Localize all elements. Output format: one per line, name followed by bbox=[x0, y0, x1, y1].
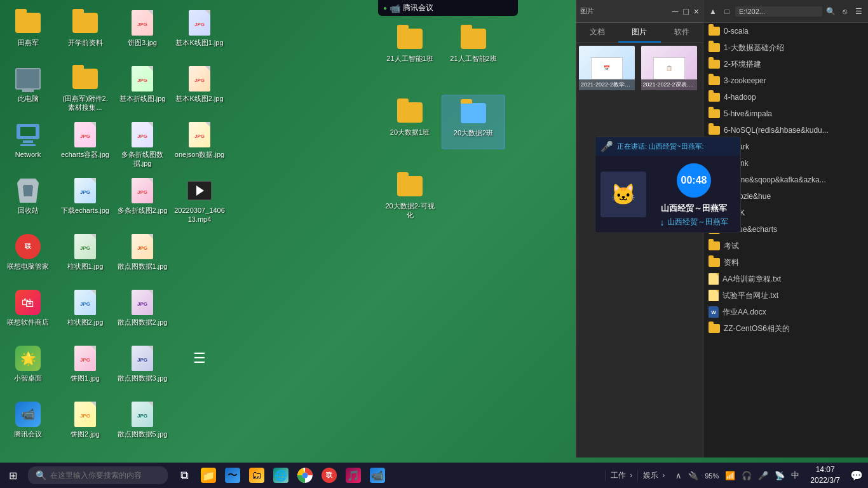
icon-zhuzhuang2[interactable]: JPG 柱状图2.jpg bbox=[57, 285, 113, 339]
icon-ai1ban[interactable]: 21人工智能1班 bbox=[378, 21, 442, 76]
icon-ai2ban[interactable]: 21人工智能2班 bbox=[442, 21, 505, 76]
taskbar-clock[interactable]: 14:07 2022/3/7 bbox=[805, 464, 845, 486]
image-thumb-1-label: 2021-2022-2课表.png bbox=[641, 79, 697, 90]
icon-download[interactable]: JPG 下载echarts.jpg bbox=[57, 173, 113, 227]
icon-network[interactable]: Network bbox=[0, 117, 56, 172]
wifi-icon[interactable]: 📡 bbox=[773, 470, 787, 482]
notification-button[interactable]: 💬 bbox=[845, 464, 868, 487]
fe-item-0-scala[interactable]: 0-scala bbox=[703, 23, 868, 39]
taskbar-app-tencent[interactable]: 📹 bbox=[366, 464, 389, 487]
ime-label[interactable]: 中 bbox=[789, 468, 801, 482]
meeting-title: 腾讯会议 bbox=[403, 3, 433, 13]
taskbar-app-chrome[interactable] bbox=[294, 464, 316, 487]
icon-bingtu1[interactable]: JPG 饼图1.jpg bbox=[57, 341, 113, 395]
meeting-header-text: 正在讲话: 山西经贸~田燕军: bbox=[617, 142, 704, 151]
search-input[interactable] bbox=[50, 471, 160, 480]
tencent-meeting-bar[interactable]: ● 📹 腾讯会议 bbox=[378, 0, 518, 16]
icon-playlist: ☰ bbox=[172, 341, 227, 395]
taskbar-app-taskview[interactable]: ⧉ bbox=[173, 464, 196, 487]
icon-echarts[interactable]: JPG echarts容器.jpg bbox=[57, 117, 113, 172]
folder-icon bbox=[709, 93, 720, 102]
icon-lenovo-store[interactable]: 🛍 联想软件商店 bbox=[0, 285, 56, 339]
fe-item-18-centos[interactable]: ZZ-CentOS6相关的 bbox=[703, 320, 868, 337]
icon-lenovo-manager[interactable]: 联 联想电脑管家 bbox=[0, 229, 56, 283]
icon-jiben-k1[interactable]: JPG 基本K线图1.jpg bbox=[172, 5, 227, 60]
icon-video[interactable]: 20220307_140613.mp4 bbox=[172, 173, 227, 227]
tab-doc[interactable]: 文档 bbox=[576, 23, 618, 43]
fe-item-label: AA培训前章程.txt bbox=[722, 274, 781, 285]
icon-sanda1[interactable]: JPG 散点图数据1.jpg bbox=[114, 229, 170, 283]
icon-sanda3[interactable]: JPG 散点图数据3.jpg bbox=[114, 341, 170, 395]
fe-item-2-hjsj[interactable]: 2-环境搭建 bbox=[703, 56, 868, 72]
fe-item-3-zk[interactable]: 3-zookeeper bbox=[703, 72, 868, 89]
taskbar-app-edge[interactable]: 🌐 bbox=[269, 464, 292, 487]
fe-forward-button[interactable]: □ bbox=[721, 6, 733, 17]
fe-item-label: 0-scala bbox=[724, 27, 749, 36]
taskbar-app-files[interactable]: 📁 bbox=[197, 464, 220, 487]
network-tray-icon[interactable]: 📶 bbox=[723, 470, 737, 482]
fe-header: ▲ □ E:\202... 🔍 ⎋ ☰ bbox=[703, 0, 868, 23]
fe-item-17-docx[interactable]: W 作业AA.docx bbox=[703, 304, 868, 320]
minimize-button[interactable]: ─ bbox=[672, 6, 678, 17]
battery-plug-icon[interactable]: 🔌 bbox=[686, 470, 700, 482]
icon-data2ban[interactable]: 20大数据2班 bbox=[442, 95, 505, 149]
taskbar-app-explorer2[interactable]: 🗂 bbox=[245, 464, 268, 487]
icon-bingtu3[interactable]: JPG 饼图3.jpg bbox=[114, 5, 170, 60]
fe-item-13-kaoshi[interactable]: 考试 bbox=[703, 238, 868, 254]
icon-tianyanjun[interactable]: 田燕军 bbox=[0, 5, 56, 60]
icon-data2-keshi[interactable]: 20大数据2-可视化 bbox=[378, 168, 442, 223]
icon-jiben-zhexian[interactable]: JPG 基本折线图.jpg bbox=[114, 61, 170, 116]
icon-onejson[interactable]: JPG onejson数据.jpg bbox=[172, 117, 227, 172]
start-button[interactable]: ⊞ bbox=[0, 463, 25, 488]
icon-zhuzhuang1[interactable]: JPG 柱状图1.jpg bbox=[57, 229, 113, 283]
icon-xiaozhi[interactable]: 🌟 小智桌面 bbox=[0, 341, 56, 395]
fe-item-5-hive[interactable]: 5-hive&impala bbox=[703, 105, 868, 122]
desktop: 田燕军 开学前资料 JPG 饼图3.jpg JPG 基本K线图1.jpg bbox=[0, 0, 868, 488]
desktop-icon-grid: 田燕军 开学前资料 JPG 饼图3.jpg JPG 基本K线图1.jpg bbox=[0, 0, 349, 451]
icon-duotiao[interactable]: JPG 多条折线图数据.jpg bbox=[114, 117, 170, 172]
fe-item-4-hadoop[interactable]: 4-hadoop bbox=[703, 89, 868, 105]
icon-jiben-k2[interactable]: JPG 基本K线图2.jpg bbox=[172, 61, 227, 116]
icon-fujian[interactable]: (田燕军)附件2. 素材搜集... bbox=[57, 61, 113, 116]
icon-data1ban[interactable]: 20大数据1班 bbox=[378, 95, 442, 149]
icon-recycle[interactable]: 回收站 bbox=[0, 173, 56, 227]
icon-bingtu2[interactable]: JPG 饼图2.jpg bbox=[57, 396, 113, 451]
fe-item-14-ziliao[interactable]: 资料 bbox=[703, 254, 868, 271]
taskbar-group-work[interactable]: 工作 › bbox=[605, 470, 637, 481]
fe-menu-button[interactable]: ☰ bbox=[853, 6, 864, 17]
icon-sanda2[interactable]: JPG 散点图数据2.jpg bbox=[114, 285, 170, 339]
volume-icon[interactable]: 🎧 bbox=[740, 470, 754, 482]
chrome-icon bbox=[297, 468, 313, 483]
fe-back-button[interactable]: ▲ bbox=[707, 6, 719, 17]
taskbar-app-wave[interactable]: 〜 bbox=[221, 464, 244, 487]
close-button[interactable]: × bbox=[694, 6, 699, 17]
fe-search-button[interactable]: 🔍 bbox=[825, 6, 836, 17]
fe-item-16-network-txt[interactable]: 试验平台网址.txt bbox=[703, 287, 868, 304]
image-thumb-1[interactable]: 📋 2021-2022-2课表.png bbox=[641, 46, 697, 90]
icon-tencent-meeting[interactable]: 📹 腾讯会议 bbox=[0, 396, 56, 451]
taskbar-search[interactable]: 🔍 bbox=[28, 466, 168, 484]
taskbar-group-leisure[interactable]: 娱乐 › bbox=[637, 470, 670, 481]
fe-item-label: 5-hive&impala bbox=[724, 109, 772, 118]
icon-diannao[interactable]: 此电脑 bbox=[0, 61, 56, 116]
folder-icon bbox=[709, 76, 720, 85]
fe-item-15-aa-txt[interactable]: AA培训前章程.txt bbox=[703, 271, 868, 287]
taskbar-app-media[interactable]: 🎵 bbox=[342, 464, 365, 487]
battery-icon[interactable]: 95% bbox=[703, 470, 721, 482]
fe-item-1-dsjjj[interactable]: 1-大数据基础介绍 bbox=[703, 39, 868, 56]
icon-duotiao2[interactable]: JPG 多条折线图2.jpg bbox=[114, 173, 170, 227]
tab-software[interactable]: 软件 bbox=[661, 23, 703, 43]
maximize-button[interactable]: □ bbox=[683, 6, 688, 17]
mic-active-icon: ↓ bbox=[660, 217, 665, 227]
group-expand-icon: › bbox=[630, 471, 632, 480]
icon-sanda5[interactable]: JPG 散点图数据5.jpg bbox=[114, 396, 170, 451]
tab-image[interactable]: 图片 bbox=[618, 23, 660, 43]
image-thumb-0[interactable]: 📅 2021-2022-2教学日历j... bbox=[579, 46, 635, 90]
icon-kaixueqian[interactable]: 开学前资料 bbox=[57, 5, 113, 60]
tray-expand-icon[interactable]: ∧ bbox=[674, 470, 684, 482]
taskbar-app-lenovo[interactable]: 联 bbox=[318, 464, 341, 487]
center-icon-row-1: 21人工智能1班 21人工智能2班 bbox=[378, 21, 518, 76]
folder-icon bbox=[709, 241, 720, 250]
fe-share-button[interactable]: ⎋ bbox=[839, 6, 850, 17]
mic-tray-icon[interactable]: 🎤 bbox=[756, 470, 770, 482]
